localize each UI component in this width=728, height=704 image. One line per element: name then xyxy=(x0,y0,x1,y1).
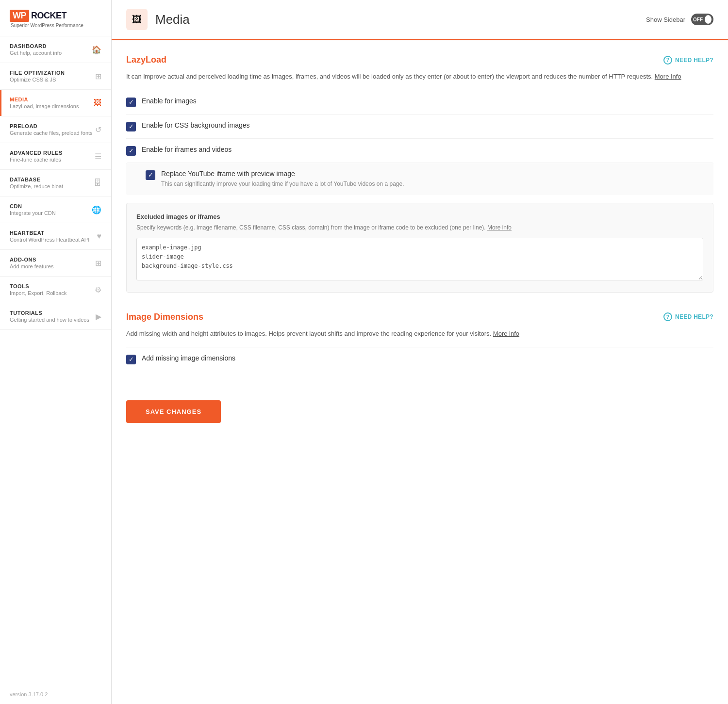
option-enable-iframes: ✓ Enable for iframes and videos xyxy=(126,138,713,163)
label-enable-images: Enable for images xyxy=(142,97,197,105)
nav-subtitle-file-optimization: Optimize CSS & JS xyxy=(10,77,65,82)
option-enable-css-bg: ✓ Enable for CSS background images xyxy=(126,114,713,138)
option-add-missing-dimensions: ✓ Add missing image dimensions xyxy=(126,347,713,371)
sidebar-logo: WP ROCKET Superior WordPress Performance xyxy=(0,0,111,36)
checkmark-enable-iframes: ✓ xyxy=(129,147,134,154)
sidebar-item-cdn[interactable]: CDN Integrate your CDN 🌐 xyxy=(0,196,111,223)
lazyload-more-info-link[interactable]: More Info xyxy=(655,73,681,80)
youtube-option-text: Replace YouTube iframe with preview imag… xyxy=(161,170,404,188)
checkbox-enable-iframes[interactable]: ✓ xyxy=(126,146,136,156)
nav-icon-dashboard: 🏠 xyxy=(92,45,101,54)
nav-icon-tools: ⚙ xyxy=(95,285,101,295)
sidebar-item-dashboard[interactable]: DASHBOARD Get help, account info 🏠 xyxy=(0,36,111,63)
nav-icon-heartbeat: ♥ xyxy=(97,232,102,241)
nav-title-add-ons: ADD-ONS xyxy=(10,257,54,262)
checkmark-add-missing-dimensions: ✓ xyxy=(129,356,134,362)
option-enable-images: ✓ Enable for images xyxy=(126,90,713,114)
nav-title-tools: TOOLS xyxy=(10,283,66,289)
checkmark-replace-youtube: ✓ xyxy=(148,172,153,178)
nav-icon-file-optimization: ⊞ xyxy=(95,72,101,81)
nav-subtitle-dashboard: Get help, account info xyxy=(10,50,62,56)
main-header-left: 🖼 Media xyxy=(126,9,190,30)
nav-subtitle-media: LazyLoad, image dimensions xyxy=(10,103,79,109)
sidebar-item-heartbeat[interactable]: HEARTBEAT Control WordPress Heartbeat AP… xyxy=(0,223,111,250)
logo-rocket: ROCKET xyxy=(31,11,66,21)
toggle-state: OFF xyxy=(693,17,703,22)
sublabel-replace-youtube: This can significantly improve your load… xyxy=(161,180,404,188)
sidebar-toggle[interactable]: OFF xyxy=(691,14,713,25)
nav-subtitle-tools: Import, Export, Rollback xyxy=(10,290,66,296)
nav-icon-media: 🖼 xyxy=(94,98,101,107)
lazyload-help-text: NEED HELP? xyxy=(675,57,713,64)
nav-subtitle-cdn: Integrate your CDN xyxy=(10,210,56,216)
nav-icon-tutorials: ▶ xyxy=(96,312,101,321)
sidebar-item-media[interactable]: MEDIA LazyLoad, image dimensions 🖼 xyxy=(0,90,111,116)
label-enable-css-bg: Enable for CSS background images xyxy=(142,121,250,129)
sidebar-nav: DASHBOARD Get help, account info 🏠 FILE … xyxy=(0,36,111,685)
image-dimensions-need-help[interactable]: ? NEED HELP? xyxy=(663,312,713,321)
excluded-more-info-link[interactable]: More info xyxy=(487,224,512,231)
excluded-title: Excluded images or iframes xyxy=(136,213,703,220)
nav-title-tutorials: TUTORIALS xyxy=(10,310,89,316)
nav-title-preload: PRELOAD xyxy=(10,123,93,129)
nav-icon-database: 🗄 xyxy=(94,179,101,187)
label-add-missing-dimensions: Add missing image dimensions xyxy=(142,354,235,362)
logo-wp: WP xyxy=(10,10,29,22)
nav-subtitle-preload: Generate cache files, preload fonts xyxy=(10,130,93,136)
sidebar: WP ROCKET Superior WordPress Performance… xyxy=(0,0,112,704)
excluded-textarea[interactable]: example-image.jpg slider-image backgroun… xyxy=(136,238,703,280)
nav-subtitle-heartbeat: Control WordPress Heartbeat API xyxy=(10,237,89,243)
nav-title-file-optimization: FILE OPTIMIZATION xyxy=(10,70,65,76)
nav-subtitle-database: Optimize, reduce bloat xyxy=(10,183,63,189)
label-enable-iframes: Enable for iframes and videos xyxy=(142,146,232,153)
nav-title-media: MEDIA xyxy=(10,97,79,102)
checkmark-enable-css-bg: ✓ xyxy=(129,123,134,130)
sidebar-item-tools[interactable]: TOOLS Import, Export, Rollback ⚙ xyxy=(0,277,111,303)
lazyload-description: It can improve actual and perceived load… xyxy=(126,72,713,82)
sidebar-item-add-ons[interactable]: ADD-ONS Add more features ⊞ xyxy=(0,250,111,277)
nav-title-heartbeat: HEARTBEAT xyxy=(10,230,89,236)
lazyload-need-help[interactable]: ? NEED HELP? xyxy=(663,56,713,65)
sidebar-item-advanced-rules[interactable]: ADVANCED RULES Fine-tune cache rules ☰ xyxy=(0,143,111,170)
checkbox-enable-css-bg[interactable]: ✓ xyxy=(126,122,136,131)
nav-title-dashboard: DASHBOARD xyxy=(10,43,62,49)
nav-icon-preload: ↺ xyxy=(95,125,101,134)
lazyload-title: LazyLoad xyxy=(126,55,166,65)
checkbox-replace-youtube[interactable]: ✓ xyxy=(146,170,155,180)
page-title: Media xyxy=(155,12,190,27)
image-dimensions-help-text: NEED HELP? xyxy=(675,313,713,320)
logo-subtitle: Superior WordPress Performance xyxy=(11,23,101,28)
save-changes-button[interactable]: SAVE CHANGES xyxy=(126,400,221,423)
sidebar-item-tutorials[interactable]: TUTORIALS Getting started and how to vid… xyxy=(0,303,111,330)
nav-title-database: DATABASE xyxy=(10,177,63,182)
image-dimensions-help-icon: ? xyxy=(663,312,672,321)
header-right: Show Sidebar OFF xyxy=(646,14,713,25)
content-area: LazyLoad ? NEED HELP? It can improve act… xyxy=(112,40,728,438)
main-content: 🖼 Media Show Sidebar OFF LazyLoad ? NEED… xyxy=(112,0,728,704)
excluded-section: Excluded images or iframes Specify keywo… xyxy=(126,203,713,293)
nav-title-cdn: CDN xyxy=(10,203,56,209)
nav-subtitle-advanced-rules: Fine-tune cache rules xyxy=(10,157,63,163)
image-dimensions-description: Add missing width and height attributes … xyxy=(126,329,713,339)
sidebar-item-preload[interactable]: PRELOAD Generate cache files, preload fo… xyxy=(0,116,111,143)
toggle-track[interactable]: OFF xyxy=(691,14,713,25)
label-replace-youtube: Replace YouTube iframe with preview imag… xyxy=(161,170,404,178)
nav-icon-cdn: 🌐 xyxy=(92,205,101,214)
sidebar-item-database[interactable]: DATABASE Optimize, reduce bloat 🗄 xyxy=(0,170,111,196)
sidebar-version: version 3.17.0.2 xyxy=(0,685,111,704)
checkmark-enable-images: ✓ xyxy=(129,99,134,105)
lazyload-header: LazyLoad ? NEED HELP? xyxy=(126,55,713,65)
checkbox-add-missing-dimensions[interactable]: ✓ xyxy=(126,355,136,364)
nav-icon-advanced-rules: ☰ xyxy=(95,152,101,161)
page-icon: 🖼 xyxy=(126,9,148,30)
nav-subtitle-add-ons: Add more features xyxy=(10,263,54,269)
sidebar-item-file-optimization[interactable]: FILE OPTIMIZATION Optimize CSS & JS ⊞ xyxy=(0,63,111,90)
nav-title-advanced-rules: ADVANCED RULES xyxy=(10,150,63,156)
lazyload-help-icon: ? xyxy=(663,56,672,65)
excluded-description: Specify keywords (e.g. image filename, C… xyxy=(136,223,703,232)
toggle-thumb xyxy=(705,15,711,24)
option-replace-youtube: ✓ Replace YouTube iframe with preview im… xyxy=(126,163,713,195)
checkbox-enable-images[interactable]: ✓ xyxy=(126,98,136,107)
image-dimensions-more-info-link[interactable]: More info xyxy=(493,330,519,337)
image-dimensions-header: Image Dimensions ? NEED HELP? xyxy=(126,312,713,322)
